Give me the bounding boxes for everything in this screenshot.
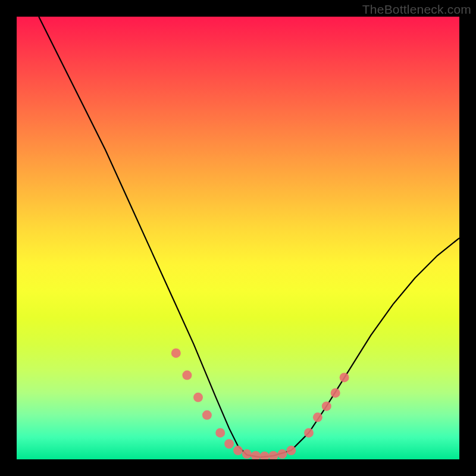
marker-dot	[193, 393, 203, 402]
marker-dot	[233, 446, 243, 455]
marker-dot	[171, 348, 181, 358]
marker-dot	[322, 402, 331, 411]
marker-dot	[182, 371, 192, 380]
bottleneck-curve	[17, 17, 459, 459]
curve-path	[39, 17, 459, 457]
marker-dot	[202, 411, 212, 420]
marker-dot	[313, 412, 322, 422]
marker-dot	[277, 449, 287, 459]
marker-dot	[269, 451, 278, 459]
marker-dot	[304, 428, 314, 437]
marker-dot	[286, 446, 296, 455]
marker-dot	[331, 388, 340, 397]
curve-markers	[171, 348, 349, 459]
chart-plot-area	[17, 17, 459, 459]
marker-dot	[242, 449, 252, 459]
marker-dot	[224, 439, 234, 449]
marker-dot	[251, 451, 261, 459]
watermark-text: TheBottleneck.com	[362, 2, 471, 17]
marker-dot	[215, 428, 225, 437]
marker-dot	[340, 372, 349, 382]
marker-dot	[260, 452, 270, 459]
